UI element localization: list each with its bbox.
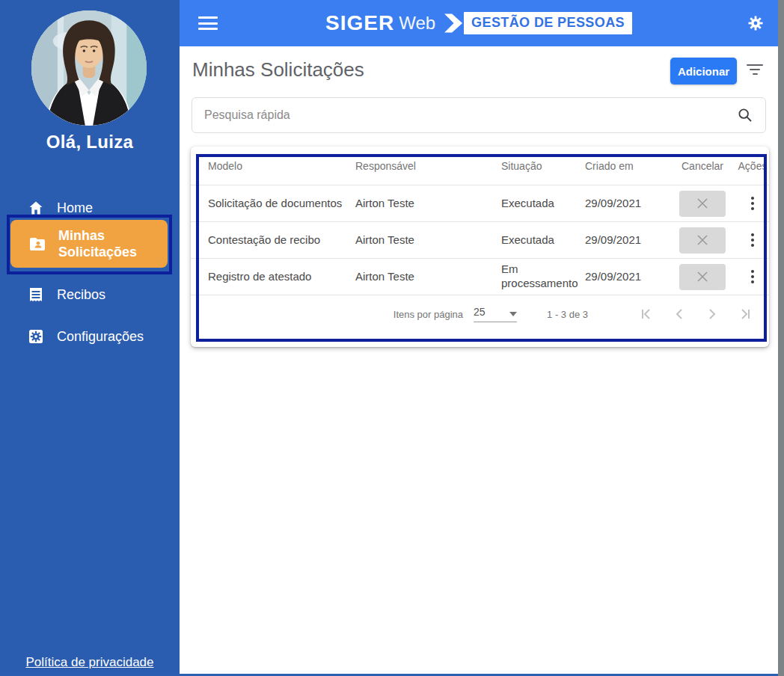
table-row[interactable]: Registro de atestado Airton Teste Em pro… [191,259,769,295]
close-icon [696,197,709,210]
kebab-menu-icon [750,233,755,248]
pagination-range: 1 - 3 de 3 [547,309,588,320]
search-icon[interactable] [737,107,753,123]
logo-web: Web [399,13,435,34]
chevron-right-icon [444,12,462,34]
col-header-responsavel: Responsável [355,160,501,172]
kebab-menu-icon [750,269,755,284]
cell-acoes [736,193,769,214]
page-title: Minhas Solicitações [192,58,364,82]
logo-siger: SIGER [325,11,394,35]
cell-modelo: Registro de atestado [208,270,355,284]
cell-acoes [736,230,769,251]
table-header-row: Modelo Responsável Situação Criado em Ca… [191,147,769,185]
col-header-criado-em: Criado em [585,160,669,172]
kebab-menu-icon [750,196,755,211]
items-per-page-select[interactable]: 25 [474,306,517,322]
table-row[interactable]: Solicitação de documentos Airton Teste E… [191,185,769,222]
cell-responsavel: Airton Teste [355,197,501,211]
items-per-page-value: 25 [474,306,486,318]
sidebar-item-label: Configurações [57,329,144,345]
sidebar-item-label: Recibos [57,287,105,303]
chevron-down-icon [509,312,517,316]
cell-criado-em: 29/09/2021 [585,197,669,211]
avatar-photo [31,10,147,126]
sidebar-item-label: Home [57,200,93,216]
close-icon [696,233,709,247]
row-actions-icon[interactable] [747,266,758,287]
folder-shared-icon [28,235,46,253]
cell-responsavel: Airton Teste [355,270,501,284]
window-edge-right [778,0,784,676]
col-header-acoes: Ações [736,160,769,172]
receipt-icon [27,286,45,304]
cell-situacao: Executada [501,233,585,248]
pagination-bar: Itens por página 25 1 - 3 de 3 [191,295,769,333]
sidebar-item-configuracoes[interactable]: Configurações [0,317,180,356]
privacy-policy-link[interactable]: Política de privacidade [0,655,180,670]
previous-page-icon[interactable] [672,307,687,322]
sidebar-item-recibos[interactable]: Recibos [0,275,180,314]
sidebar: Olá, Luiza Home Minhas Solicitações [0,0,180,674]
settings-square-icon [27,328,45,345]
cell-situacao: Executada [501,197,585,211]
table-body: Solicitação de documentos Airton Teste E… [191,185,769,295]
cell-criado-em: 29/09/2021 [585,233,669,248]
col-header-modelo: Modelo [208,160,355,172]
col-header-situacao: Situação [501,160,585,172]
sidebar-item-label: Minhas Solicitações [58,227,156,261]
cancel-button[interactable] [679,264,726,290]
logo-badge: GESTÃO DE PESSOAS [464,12,632,34]
row-actions-icon[interactable] [747,230,758,251]
user-greeting: Olá, Luiza [0,132,180,153]
close-icon [696,270,709,283]
sidebar-item-minhas-solicitacoes[interactable]: Minhas Solicitações [10,220,168,268]
avatar [31,10,147,126]
requests-table-card: Modelo Responsável Situação Criado em Ca… [191,147,769,347]
cell-modelo: Solicitação de documentos [208,197,355,211]
first-page-icon[interactable] [639,307,654,322]
cell-situacao: Em processamento [501,262,585,291]
cell-cancelar [669,191,736,217]
search-input[interactable] [192,108,737,122]
last-page-icon[interactable] [738,307,753,322]
cell-cancelar [669,227,736,254]
cell-cancelar [669,264,736,290]
add-button[interactable]: Adicionar [670,58,737,84]
gear-icon[interactable] [747,14,765,32]
col-header-cancelar: Cancelar [669,160,736,172]
cancel-button[interactable] [679,191,726,217]
cell-criado-em: 29/09/2021 [585,270,669,284]
items-per-page-label: Itens por página [393,309,463,320]
cell-modelo: Contestação de recibo [208,233,355,248]
cancel-button[interactable] [679,227,726,254]
app-window: Olá, Luiza Home Minhas Solicitações [0,0,784,676]
cell-acoes [736,266,769,287]
next-page-icon[interactable] [705,307,720,322]
cell-responsavel: Airton Teste [355,233,501,248]
filter-icon[interactable] [747,64,763,76]
app-logo: SIGER Web GESTÃO DE PESSOAS [180,0,778,46]
row-actions-icon[interactable] [747,193,758,214]
topbar: SIGER Web GESTÃO DE PESSOAS [180,0,778,46]
table-row[interactable]: Contestação de recibo Airton Teste Execu… [191,222,769,259]
search-box [192,97,766,133]
pagination-nav [621,307,753,322]
main-content: Minhas Solicitações Adicionar Modelo Res… [180,46,778,674]
